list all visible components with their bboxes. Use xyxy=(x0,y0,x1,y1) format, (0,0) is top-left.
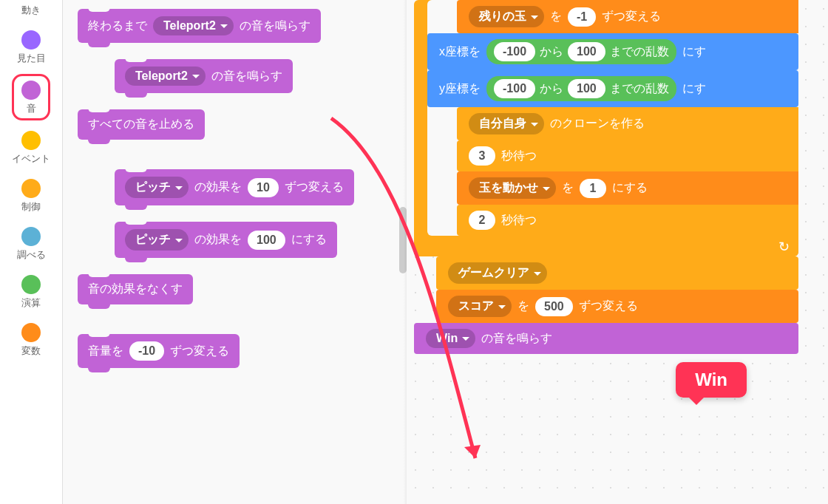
wait-block[interactable]: 2 秒待つ xyxy=(457,205,798,236)
category-sidebar: 動き 見た目 音 イベント 制御 調べる 演算 変数 xyxy=(0,0,63,504)
var-value-input[interactable]: 500 xyxy=(535,297,573,316)
effect-dropdown[interactable]: ピッチ xyxy=(125,177,189,198)
sound-icon xyxy=(21,81,41,100)
var-dropdown[interactable]: スコア xyxy=(448,296,512,317)
message-dropdown[interactable]: ゲームクリア xyxy=(448,262,547,284)
cat-sensing[interactable]: 調べる xyxy=(17,227,46,262)
effect-value-input[interactable]: 100 xyxy=(248,231,285,250)
effect-value-input[interactable]: 10 xyxy=(248,178,279,197)
set-effect-block[interactable]: ピッチ の効果を 100 にする xyxy=(115,222,337,258)
var-dropdown[interactable]: 玉を動かせ xyxy=(469,177,556,199)
volume-value-input[interactable]: -10 xyxy=(129,341,164,361)
script-workspace[interactable]: 残りの玉 を -1 ずつ変える x座標を -100 から 100 までの乱数 xyxy=(407,0,828,504)
stop-all-sounds-block[interactable]: すべての音を止める xyxy=(78,109,205,140)
effect-dropdown[interactable]: ピッチ xyxy=(125,229,189,251)
operators-icon xyxy=(21,275,41,294)
set-y-block[interactable]: y座標を -100 から 100 までの乱数 にす xyxy=(427,70,798,107)
variables-icon xyxy=(21,323,41,342)
cat-control[interactable]: 制御 xyxy=(21,179,41,214)
broadcast-block[interactable]: ゲームクリア xyxy=(436,256,798,290)
sound-dropdown[interactable]: Teleport2 xyxy=(125,67,206,86)
cat-sound[interactable]: 音 xyxy=(12,74,50,120)
change-score-block[interactable]: スコア を 500 ずつ変える xyxy=(436,290,798,323)
clear-effects-block[interactable]: 音の効果をなくす xyxy=(78,274,193,304)
wait-block[interactable]: 3 秒待つ xyxy=(457,140,798,171)
sound-dropdown[interactable]: Teleport2 xyxy=(153,16,234,35)
change-volume-block[interactable]: 音量を -10 ずつ変える xyxy=(78,334,240,368)
change-effect-block[interactable]: ピッチ の効果を 10 ずつ変える xyxy=(115,169,354,205)
block-palette: 終わるまで Teleport2 の音を鳴らす Teleport2 の音を鳴らす … xyxy=(63,0,407,504)
palette-scrollbar[interactable] xyxy=(399,207,407,273)
set-x-block[interactable]: x座標を -100 から 100 までの乱数 にす xyxy=(427,33,798,70)
change-var-block[interactable]: 残りの玉 を -1 ずつ変える xyxy=(457,0,798,33)
looks-icon xyxy=(21,30,41,50)
var-value-input[interactable]: 1 xyxy=(580,179,606,198)
sound-dropdown[interactable]: Win xyxy=(426,329,475,348)
loop-c-block[interactable]: 残りの玉 を -1 ずつ変える x座標を -100 から 100 までの乱数 xyxy=(414,0,798,256)
cat-events[interactable]: イベント xyxy=(12,131,50,166)
cat-operators[interactable]: 演算 xyxy=(21,275,41,310)
cat-looks[interactable]: 見た目 xyxy=(17,30,46,65)
play-sound-block[interactable]: Teleport2 の音を鳴らす xyxy=(115,59,293,93)
create-clone-block[interactable]: 自分自身 のクローンを作る xyxy=(457,107,798,140)
random-operator[interactable]: -100 から 100 までの乱数 xyxy=(486,39,676,64)
loop-arrow-icon: ↻ xyxy=(778,239,790,255)
cat-variables[interactable]: 変数 xyxy=(21,323,41,358)
random-operator[interactable]: -100 から 100 までの乱数 xyxy=(486,76,676,101)
control-icon xyxy=(21,179,41,198)
wait-value-input[interactable]: 3 xyxy=(469,146,495,166)
clone-dropdown[interactable]: 自分自身 xyxy=(469,113,544,134)
var-value-input[interactable]: -1 xyxy=(568,7,596,27)
wait-value-input[interactable]: 2 xyxy=(469,211,495,230)
set-var-block[interactable]: 玉を動かせ を 1 にする xyxy=(457,171,798,205)
cat-motion[interactable]: 動き xyxy=(21,4,41,17)
var-dropdown[interactable]: 残りの玉 xyxy=(469,6,544,27)
win-annotation-label: Win xyxy=(676,362,747,398)
events-icon xyxy=(21,131,41,150)
sensing-icon xyxy=(21,227,41,246)
play-sound-until-done-block[interactable]: 終わるまで Teleport2 の音を鳴らす xyxy=(78,9,321,43)
play-sound-win-block[interactable]: Win の音を鳴らす xyxy=(414,323,798,354)
